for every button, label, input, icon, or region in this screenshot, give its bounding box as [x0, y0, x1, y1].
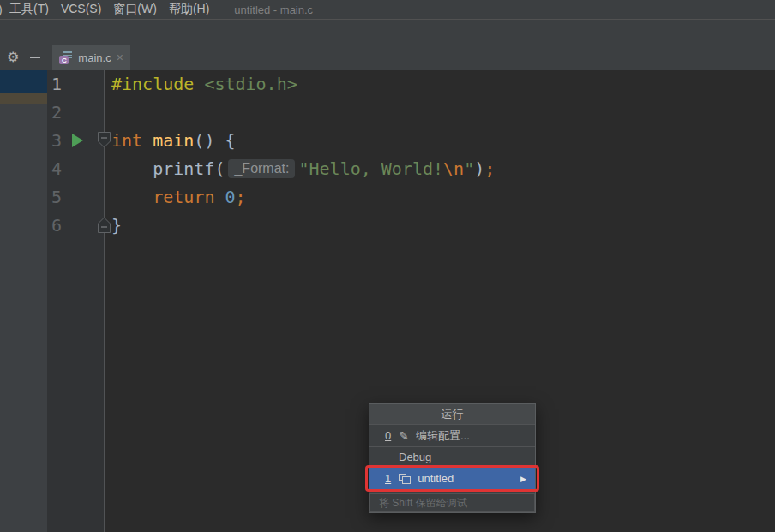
menu-item[interactable]: 帮助(H) — [163, 2, 215, 15]
fold-marker-icon[interactable] — [96, 216, 112, 237]
mnemonic: 1 — [385, 472, 391, 485]
tab-main-c[interactable]: C main.c × — [52, 45, 129, 70]
menu-item[interactable]: 窗口(W) — [107, 2, 163, 15]
submenu-arrow-icon: ▶ — [520, 475, 526, 483]
line-number: 2 — [47, 99, 62, 127]
popup-item-label: untitled — [418, 472, 454, 485]
popup-item-untitled[interactable]: 1untitled▶ — [369, 468, 535, 489]
code-text[interactable]: #include <stdio.h> — [111, 70, 297, 99]
code-line: 2 — [0, 99, 775, 127]
run-arrow-icon[interactable] — [72, 134, 83, 147]
code-text[interactable]: } — [111, 212, 122, 240]
close-icon[interactable]: × — [117, 51, 123, 63]
popup-item-label: 编辑配置... — [416, 428, 470, 444]
code-line: 3int main() { — [0, 127, 775, 155]
toolbar-strip — [0, 20, 775, 45]
line-number: 4 — [47, 155, 62, 183]
menu-items: 工具(T)VCS(S)窗口(W)帮助(H) — [3, 2, 215, 17]
menu-item[interactable]: VCS(S) — [55, 2, 107, 15]
menu-bar: ) 工具(T)VCS(S)窗口(W)帮助(H) untitled - main.… — [0, 0, 775, 20]
run-popup-footer-hint: 将 Shift 保留给调试 — [369, 493, 535, 512]
popup-item-[interactable]: 0✎编辑配置... — [369, 425, 535, 446]
tab-label: main.c — [78, 51, 111, 64]
line-number: 6 — [47, 212, 62, 240]
line-number: 5 — [47, 183, 62, 212]
mnemonic: 0 — [385, 429, 391, 442]
code-text[interactable]: return 0; — [111, 183, 246, 212]
fold-marker-icon[interactable] — [96, 131, 112, 152]
run-popup: 运行 0✎编辑配置...Debug1untitled▶ 将 Shift 保留给调… — [369, 403, 536, 513]
code-line: 1#include <stdio.h> — [0, 70, 775, 99]
menu-item[interactable]: 工具(T) — [3, 2, 55, 15]
code-text[interactable]: int main() { — [111, 127, 236, 155]
hide-panel-minus-icon[interactable] — [30, 57, 40, 58]
run-popup-rows: 0✎编辑配置...Debug1untitled▶ — [369, 425, 535, 489]
code-line: 4 printf(_Format:"Hello, World!\n"); — [0, 155, 775, 183]
code-line: 6} — [0, 212, 775, 240]
parameter-hint: _Format: — [228, 159, 295, 178]
run-popup-title: 运行 — [369, 404, 535, 425]
code-text[interactable]: printf(_Format:"Hello, World!\n"); — [111, 155, 495, 183]
gear-icon[interactable]: ⚙ — [7, 45, 19, 70]
editor-tab-bar: ⚙ C main.c × — [0, 45, 775, 70]
line-number: 1 — [47, 70, 62, 99]
c-file-icon: C — [59, 51, 73, 64]
line-number: 3 — [47, 127, 62, 155]
app-window-icon — [399, 474, 411, 484]
pencil-icon: ✎ — [399, 430, 409, 442]
window-title: untitled - main.c — [234, 3, 313, 16]
code-line: 5 return 0; — [0, 183, 775, 212]
popup-section-header: Debug — [369, 447, 535, 468]
